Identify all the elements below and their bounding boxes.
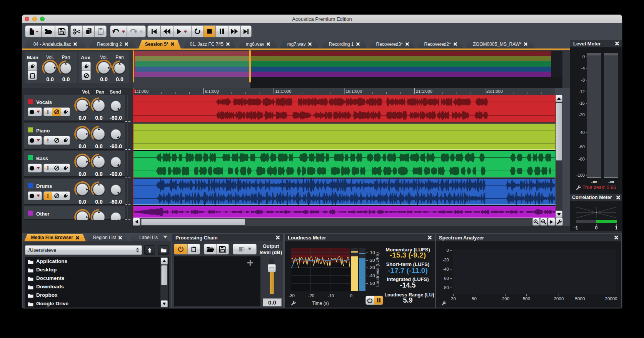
svg-text:1:1:000: 1:1:000 bbox=[135, 89, 149, 94]
svg-text:6:1:000: 6:1:000 bbox=[205, 89, 219, 94]
svg-text:26:1:000: 26:1:000 bbox=[486, 89, 503, 94]
svg-text:11:1:000: 11:1:000 bbox=[275, 89, 291, 94]
svg-text:21:1:000: 21:1:000 bbox=[416, 89, 432, 94]
svg-text:16:1:000: 16:1:000 bbox=[345, 89, 362, 94]
